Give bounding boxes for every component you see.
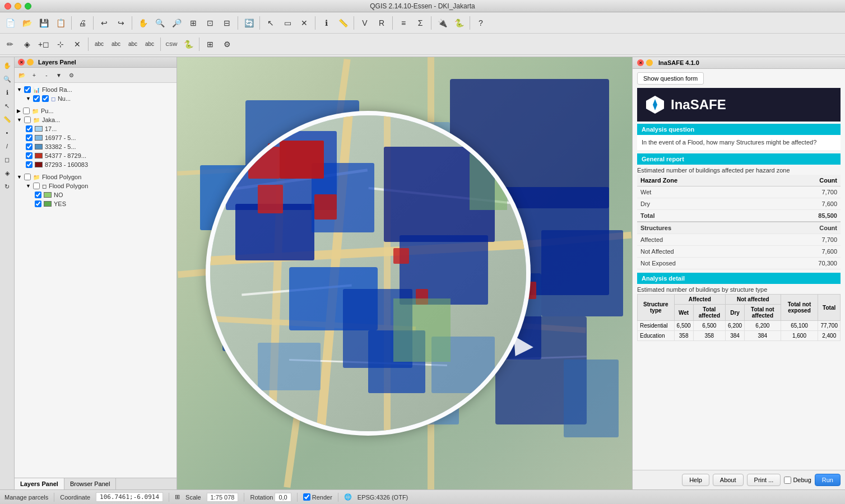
pan-map-btn[interactable]: ✋: [135, 15, 151, 31]
identify-btn[interactable]: ℹ: [318, 15, 334, 31]
inasafe-close-btn[interactable]: ✕: [637, 59, 644, 66]
layer-item[interactable]: 87293 - 160083: [26, 160, 174, 169]
layer-checkbox[interactable]: [35, 192, 41, 198]
layer-checkbox[interactable]: [24, 116, 31, 123]
refresh-btn[interactable]: 🔄: [241, 15, 257, 31]
render-checkbox[interactable]: [303, 493, 310, 501]
sep3: [132, 16, 132, 30]
select-tool[interactable]: ↖: [1, 100, 13, 112]
pan-tool[interactable]: ✋: [1, 59, 13, 72]
add-vector-btn[interactable]: V: [357, 15, 373, 31]
show-question-form-btn[interactable]: Show question form: [637, 72, 704, 85]
layer-checkbox[interactable]: [33, 95, 40, 102]
layer-item[interactable]: ▼ 📁 Jaka...: [17, 115, 174, 124]
layer-checkbox[interactable]: [33, 183, 40, 189]
text-annotation-btn[interactable]: abc: [125, 36, 141, 52]
layer-checkbox[interactable]: [26, 152, 32, 159]
select-features-btn[interactable]: ↖: [263, 15, 278, 31]
add-feature-btn[interactable]: +◻: [36, 36, 52, 52]
layer-checkbox[interactable]: [24, 174, 31, 180]
delete-feature-btn[interactable]: ✕: [69, 36, 85, 52]
add-line-tool[interactable]: /: [1, 140, 13, 152]
processing-btn[interactable]: ⚙: [219, 36, 235, 52]
csw-btn[interactable]: CSW: [164, 36, 179, 52]
layer-item[interactable]: 16977 - 5...: [26, 133, 174, 142]
layer-properties-btn[interactable]: ⚙: [66, 69, 77, 81]
layer-checkbox[interactable]: [26, 134, 32, 141]
annotation-btn[interactable]: abc: [108, 36, 124, 52]
open-project-btn[interactable]: 📂: [19, 15, 35, 31]
layer-visible-checkbox[interactable]: [42, 95, 49, 102]
vertex-tool[interactable]: ◈: [1, 167, 13, 179]
tab-browser-panel[interactable]: Browser Panel: [64, 478, 117, 489]
python-btn[interactable]: 🐍: [451, 15, 467, 31]
layer-item[interactable]: NO: [35, 190, 174, 199]
node-tool-btn[interactable]: ◈: [19, 36, 35, 52]
add-poly-tool[interactable]: ◻: [1, 153, 13, 166]
layer-checkbox[interactable]: [35, 200, 41, 207]
layer-item[interactable]: 54377 - 8729...: [26, 151, 174, 160]
layer-item[interactable]: ▼ 📊 Flood Ra...: [17, 85, 174, 94]
add-point-tool[interactable]: •: [1, 127, 13, 139]
layers-panel-minimize[interactable]: [27, 59, 34, 66]
layers-panel-close[interactable]: ✕: [18, 59, 25, 66]
layer-label: Flood Ra...: [42, 86, 72, 93]
move-feature-btn[interactable]: ⊹: [53, 36, 68, 52]
close-button[interactable]: [4, 3, 11, 10]
print-btn[interactable]: Print ...: [747, 474, 781, 486]
zoom-in-btn[interactable]: 🔍: [152, 15, 168, 31]
undo-btn[interactable]: ↩: [96, 15, 112, 31]
add-raster-btn[interactable]: R: [374, 15, 389, 31]
inasafe-minimize-btn[interactable]: [646, 59, 653, 66]
layer-checkbox[interactable]: [26, 143, 32, 150]
minimize-button[interactable]: [15, 3, 21, 10]
form-annotation-btn[interactable]: abc: [142, 36, 157, 52]
layer-item[interactable]: YES: [35, 199, 174, 208]
save-as-btn[interactable]: 📋: [53, 15, 68, 31]
layer-checkbox[interactable]: [23, 108, 30, 114]
select-rect-btn[interactable]: ▭: [280, 15, 295, 31]
print-btn[interactable]: 🖨: [75, 15, 90, 31]
layer-item[interactable]: ▼ ◻ Flood Polygon: [26, 181, 174, 190]
map-area[interactable]: [177, 57, 632, 489]
label-btn[interactable]: abc: [91, 36, 107, 52]
layer-checkbox[interactable]: [24, 86, 31, 93]
help-btn[interactable]: ?: [473, 15, 489, 31]
layer-checkbox[interactable]: [26, 125, 32, 132]
layer-item[interactable]: ▶ 📁 Pu...: [17, 106, 174, 115]
python2-btn[interactable]: 🐍: [180, 36, 196, 52]
layer-item[interactable]: ▼ 📁 Flood Polygon: [17, 172, 174, 181]
plugins-btn[interactable]: 🔌: [434, 15, 450, 31]
layer-item[interactable]: 33382 - 5...: [26, 142, 174, 151]
about-btn[interactable]: About: [713, 474, 744, 486]
redo-btn[interactable]: ↪: [113, 15, 129, 31]
digitize-btn[interactable]: ✏: [2, 36, 18, 52]
layer-item[interactable]: ▼ ◻ Nu...: [26, 94, 174, 103]
add-layer-btn[interactable]: +: [29, 69, 40, 81]
identify-tool[interactable]: ℹ: [1, 86, 13, 99]
layer-item[interactable]: 17...: [26, 124, 174, 133]
open-layer-btn[interactable]: 📂: [16, 69, 27, 81]
measure-tool[interactable]: 📏: [1, 113, 13, 125]
zoom-layer-btn[interactable]: ⊡: [202, 15, 218, 31]
debug-checkbox[interactable]: [784, 477, 791, 484]
save-project-btn[interactable]: 💾: [36, 15, 52, 31]
zoom-full-btn[interactable]: ⊞: [185, 15, 201, 31]
tab-layers-panel[interactable]: Layers Panel: [15, 478, 64, 489]
help-btn[interactable]: Help: [682, 474, 709, 486]
measure-btn[interactable]: 📏: [335, 15, 351, 31]
run-btn[interactable]: Run: [815, 474, 841, 486]
zoom-selection-btn[interactable]: ⊟: [219, 15, 235, 31]
layer-checkbox[interactable]: [26, 161, 32, 168]
georef-btn[interactable]: ⊞: [202, 36, 218, 52]
rotate-tool[interactable]: ↻: [1, 180, 13, 193]
deselect-btn[interactable]: ✕: [296, 15, 312, 31]
maximize-button[interactable]: [25, 3, 31, 10]
new-project-btn[interactable]: 📄: [2, 15, 18, 31]
remove-layer-btn[interactable]: -: [41, 69, 52, 81]
zoom-out-btn[interactable]: 🔎: [169, 15, 184, 31]
field-calc-btn[interactable]: Σ: [412, 15, 428, 31]
filter-layer-btn[interactable]: ▼: [53, 69, 64, 81]
attribute-table-btn[interactable]: ≡: [396, 15, 411, 31]
zoom-tool[interactable]: 🔍: [1, 73, 13, 85]
